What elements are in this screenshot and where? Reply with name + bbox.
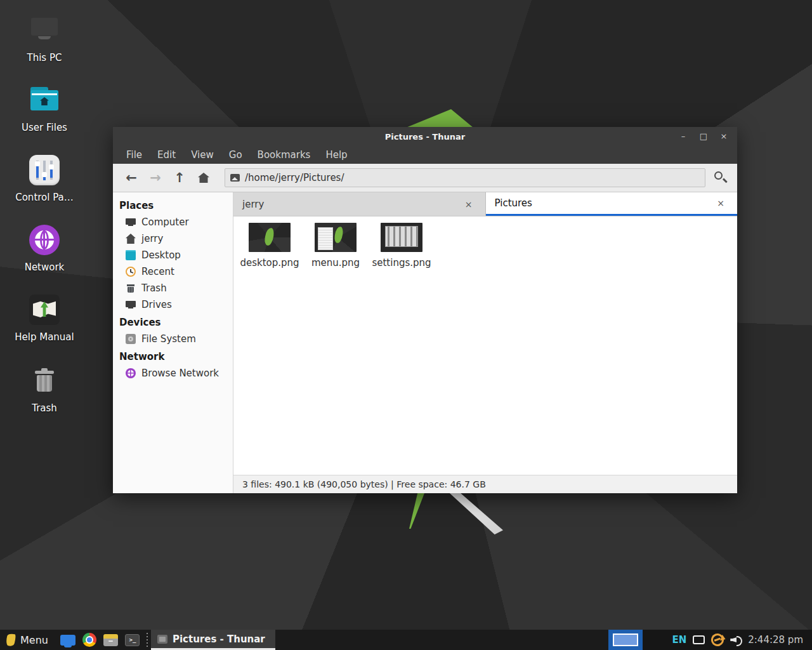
- terminal-launcher[interactable]: >_: [122, 630, 143, 650]
- home-icon: [198, 173, 209, 183]
- sidebar-item-label: Desktop: [141, 249, 181, 261]
- taskbar: Menu >_ Pictures - Thunar EN 2:44:28 pm: [0, 630, 812, 650]
- forward-button[interactable]: →: [143, 168, 167, 188]
- sidebar-item-label: Trash: [141, 282, 167, 294]
- menu-go[interactable]: Go: [222, 147, 249, 162]
- status-text: 3 files: 490.1 kB (490,050 bytes) | Free…: [242, 479, 486, 489]
- trash-can-icon: [29, 366, 60, 396]
- tab-jerry[interactable]: jerry ×: [233, 192, 486, 216]
- search-icon: [714, 171, 723, 180]
- desktop-png-thumbnail: [249, 223, 291, 252]
- menubar: File Edit View Go Bookmarks Help: [113, 146, 737, 164]
- desktop-icon-user-files[interactable]: User Files: [6, 85, 82, 133]
- wallpaper-feather-top: [406, 109, 473, 128]
- network-globe-icon: [29, 225, 60, 255]
- thunar-window: Pictures - Thunar – □ × File Edit View G…: [113, 127, 737, 493]
- sidebar: Places Computer jerry Desktop Recent: [113, 192, 233, 493]
- desktop-icon-label: User Files: [6, 122, 82, 133]
- window-title: Pictures - Thunar: [113, 132, 737, 142]
- clock[interactable]: 2:44:28 pm: [748, 634, 806, 646]
- tab-pictures[interactable]: Pictures ×: [486, 192, 738, 216]
- keyboard-layout-indicator[interactable]: EN: [672, 634, 686, 646]
- file-settings-png[interactable]: settings.png: [370, 223, 433, 269]
- desktop-icon: [126, 250, 136, 260]
- back-button[interactable]: ←: [119, 168, 143, 188]
- user-files-folder-icon: [29, 85, 60, 116]
- window-controls: – □ ×: [675, 127, 732, 146]
- update-manager-icon[interactable]: [709, 632, 726, 648]
- tab-bar: jerry × Pictures ×: [233, 192, 737, 216]
- wallpaper-feather-sliver: [409, 493, 424, 529]
- drives-icon: [126, 300, 136, 310]
- task-label: Pictures - Thunar: [173, 633, 265, 645]
- devices-header: Devices: [113, 313, 233, 331]
- wallpaper-feather-quill: [443, 491, 503, 534]
- menu-view[interactable]: View: [184, 147, 221, 162]
- window-titlebar[interactable]: Pictures - Thunar – □ ×: [113, 127, 737, 146]
- workspace-switcher[interactable]: [608, 630, 643, 650]
- sidebar-item-label: File System: [141, 333, 196, 345]
- task-button-thunar[interactable]: Pictures - Thunar: [151, 630, 275, 650]
- this-pc-icon: [29, 15, 60, 46]
- globe-icon: [126, 368, 136, 378]
- help-manual-map-icon: [29, 295, 60, 325]
- menu-help[interactable]: Help: [318, 147, 354, 162]
- start-menu-button[interactable]: Menu: [0, 633, 57, 646]
- file-name: desktop.png: [239, 257, 301, 269]
- sidebar-item-label: Computer: [141, 216, 189, 228]
- sidebar-item-jerry[interactable]: jerry: [113, 230, 233, 247]
- sidebar-item-desktop[interactable]: Desktop: [113, 247, 233, 263]
- menu-bookmarks[interactable]: Bookmarks: [251, 147, 318, 162]
- places-header: Places: [113, 196, 233, 214]
- file-desktop-png[interactable]: desktop.png: [239, 223, 301, 269]
- tab-close-icon[interactable]: ×: [461, 198, 476, 211]
- desktop-wallpaper: This PC User Files Control Pa… Network H…: [0, 0, 812, 650]
- file-menu-png[interactable]: menu.png: [304, 223, 367, 269]
- path-field[interactable]: /home/jerry/Pictures/: [225, 168, 705, 187]
- home-icon: [126, 234, 136, 244]
- menu-file[interactable]: File: [119, 147, 149, 162]
- desktop-icon-label: Help Manual: [6, 331, 82, 343]
- file-manager-icon: [60, 635, 75, 646]
- maximize-button[interactable]: □: [695, 129, 712, 144]
- chrome-launcher[interactable]: [79, 630, 100, 650]
- control-panel-sliders-icon: [29, 155, 60, 185]
- menu-label: Menu: [20, 634, 48, 646]
- minimize-button[interactable]: –: [675, 129, 691, 144]
- sidebar-item-computer[interactable]: Computer: [113, 214, 233, 230]
- archive-launcher[interactable]: [100, 630, 122, 650]
- tab-label: Pictures: [495, 197, 714, 209]
- desktop-icon-trash[interactable]: Trash: [6, 366, 82, 414]
- drive-icon: [126, 334, 136, 344]
- display-tray-icon[interactable]: [693, 635, 705, 644]
- workspace-1[interactable]: [613, 633, 638, 646]
- sidebar-item-recent[interactable]: Recent: [113, 263, 233, 280]
- menu-edit[interactable]: Edit: [150, 147, 183, 162]
- desktop-icon-control-panel[interactable]: Control Pa…: [6, 155, 82, 203]
- search-button[interactable]: [709, 168, 731, 188]
- sidebar-item-file-system[interactable]: File System: [113, 331, 233, 347]
- sidebar-item-label: Drives: [141, 299, 172, 310]
- volume-icon[interactable]: [730, 635, 742, 645]
- computer-icon: [126, 217, 136, 227]
- toolbar: ← → ↑ /home/jerry/Pictures/: [113, 164, 737, 192]
- home-button[interactable]: [192, 168, 216, 188]
- settings-png-thumbnail: [381, 223, 422, 252]
- menu-png-thumbnail: [315, 223, 357, 252]
- desktop-icon-label: Network: [6, 262, 82, 273]
- tab-label: jerry: [242, 199, 461, 210]
- file-manager-launcher[interactable]: [57, 630, 79, 650]
- close-button[interactable]: ×: [716, 129, 732, 144]
- tab-close-icon[interactable]: ×: [713, 197, 728, 209]
- file-list[interactable]: desktop.png menu.png settings.png: [233, 216, 737, 475]
- sidebar-item-trash[interactable]: Trash: [113, 280, 233, 296]
- desktop-icon-network[interactable]: Network: [6, 225, 82, 273]
- sidebar-item-browse-network[interactable]: Browse Network: [113, 365, 233, 381]
- desktop-icon-help-manual[interactable]: Help Manual: [6, 295, 82, 343]
- desktop-icon-this-pc[interactable]: This PC: [6, 15, 82, 63]
- clock-icon: [126, 267, 136, 277]
- up-button[interactable]: ↑: [167, 168, 192, 188]
- sidebar-item-drives[interactable]: Drives: [113, 296, 233, 313]
- thunar-task-icon: [157, 635, 167, 644]
- sidebar-item-label: Recent: [141, 266, 174, 277]
